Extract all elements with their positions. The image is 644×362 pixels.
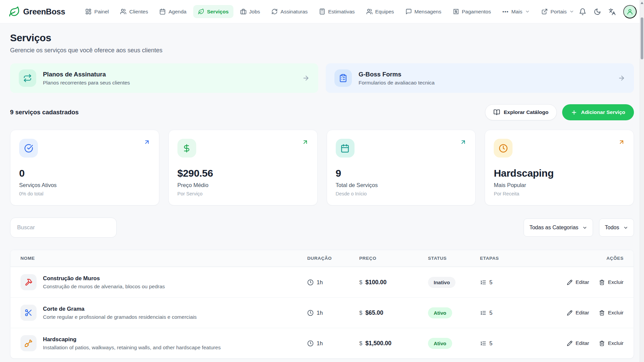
calculator-icon <box>319 8 325 15</box>
nav-item-clientes[interactable]: Clientes <box>115 5 153 18</box>
clock-icon <box>307 310 314 316</box>
nav-item-assinaturas[interactable]: Assinaturas <box>267 5 312 18</box>
column-header-actions: AÇÕES <box>542 250 624 266</box>
delete-button[interactable]: Excluir <box>599 340 624 346</box>
nav-item-painel[interactable]: Painel <box>80 5 113 18</box>
filter-row: Todas as Categorias Todos <box>10 218 634 238</box>
page-title: Serviços <box>10 32 634 44</box>
user-avatar[interactable] <box>623 5 637 18</box>
stat-card-most-popular[interactable]: Hardscaping Mais Popular Por Receita <box>485 130 634 205</box>
table-row: Construção de Muros Construção de muros … <box>10 267 634 297</box>
bell-icon <box>579 8 586 15</box>
leaf-logo-icon <box>9 6 20 17</box>
trash-icon <box>599 280 605 285</box>
currency-symbol: $ <box>359 310 362 316</box>
chevron-down-icon <box>582 225 587 230</box>
payment-icon <box>453 8 459 15</box>
nav-item-portais[interactable]: Portais <box>537 5 579 18</box>
delete-button[interactable]: Excluir <box>599 310 624 316</box>
service-name: Corte de Grama <box>43 306 197 312</box>
brand-name: GreenBoss <box>23 7 65 16</box>
steps-cell: 5 <box>480 310 542 316</box>
calendar-icon <box>336 139 355 158</box>
brand-logo[interactable]: GreenBoss <box>9 6 65 17</box>
arrow-right-icon <box>618 74 625 82</box>
arrow-up-right-icon <box>618 139 625 145</box>
delete-button[interactable]: Excluir <box>599 279 624 285</box>
translate-icon <box>608 8 616 15</box>
refresh-icon <box>271 8 278 15</box>
dark-mode-button[interactable] <box>594 8 601 15</box>
edit-button[interactable]: Editar <box>567 279 589 285</box>
language-button[interactable] <box>608 8 616 15</box>
edit-button[interactable]: Editar <box>567 340 589 346</box>
chevron-down-icon <box>525 9 530 14</box>
nav-item-agenda[interactable]: Agenda <box>155 5 191 18</box>
banner-subtitle: Formularios de avaliacao tecnica <box>359 80 435 86</box>
explore-catalog-button[interactable]: Explorar Catálogo <box>485 104 557 120</box>
nav-item-servicos[interactable]: Serviços <box>193 5 233 18</box>
clock-icon <box>494 139 513 158</box>
moon-icon <box>594 8 601 15</box>
pencil-icon <box>567 310 573 316</box>
status-badge: Ativo <box>428 307 452 318</box>
stat-value: $290.56 <box>177 168 309 179</box>
stat-sublabel: 0% do total <box>19 191 150 196</box>
nav-item-mensagens[interactable]: Mensagens <box>401 5 446 18</box>
chevron-down-icon <box>623 225 628 230</box>
notifications-button[interactable] <box>579 8 586 15</box>
scissors-icon <box>20 305 37 321</box>
stat-label: Preço Médio <box>177 182 309 188</box>
main-nav: Painel Clientes Agenda Serviços Jobs Ass… <box>80 5 579 18</box>
duration-cell: 1h <box>307 340 359 347</box>
banner-title: Planos de Assinatura <box>43 71 130 78</box>
clipboard-list-icon <box>334 69 352 87</box>
stat-card-total-services[interactable]: 9 Total de Serviços Desde o Início <box>327 130 476 205</box>
services-count: 9 serviços cadastrados <box>10 109 79 116</box>
stat-card-active-services[interactable]: 0 Serviços Ativos 0% do total <box>10 130 159 205</box>
page-scrollbar[interactable] <box>640 0 644 362</box>
stat-card-average-price[interactable]: $290.56 Preço Médio Por Serviço <box>168 130 318 205</box>
nav-item-jobs[interactable]: Jobs <box>235 5 265 18</box>
duration-cell: 1h <box>307 310 359 316</box>
scroll-up-arrow[interactable] <box>641 2 643 4</box>
column-header-steps: ETAPAS <box>480 250 542 266</box>
service-name: Hardscaping <box>43 336 221 343</box>
banner-subtitle: Planos recorrentes para seus clientes <box>43 80 130 86</box>
category-filter-select[interactable]: Todas as Categorias <box>524 219 593 237</box>
pencil-icon <box>567 341 573 346</box>
nav-item-pagamentos[interactable]: Pagamentos <box>448 5 496 18</box>
stat-sublabel: Por Receita <box>494 191 625 196</box>
list-ordered-icon <box>480 279 486 286</box>
status-filter-select[interactable]: Todos <box>599 219 634 237</box>
column-header-duration: DURAÇÃO <box>307 250 359 266</box>
stat-value: Hardscaping <box>494 168 625 179</box>
scrollbar-thumb[interactable] <box>641 17 643 59</box>
duration-cell: 1h <box>307 279 359 286</box>
hammer-icon <box>20 274 37 290</box>
gboss-forms-banner[interactable]: G-Boss Forms Formularios de avaliacao te… <box>326 63 634 93</box>
arrow-up-right-icon <box>144 139 150 145</box>
search-input[interactable] <box>10 218 117 238</box>
stats-row: 0 Serviços Ativos 0% do total $290.56 Pr… <box>10 130 634 205</box>
service-description: Corte regular e profissional de gramados… <box>43 314 197 320</box>
trash-icon <box>599 310 605 316</box>
subscription-plans-banner[interactable]: Planos de Assinatura Planos recorrentes … <box>10 63 318 93</box>
steps-cell: 5 <box>480 279 542 286</box>
add-service-button[interactable]: Adicionar Serviço <box>562 104 634 120</box>
calendar-icon <box>159 8 166 15</box>
circle-check-icon <box>19 139 38 158</box>
nav-item-mais[interactable]: ••• Mais <box>498 5 535 18</box>
currency-symbol: $ <box>359 279 362 286</box>
team-icon <box>366 8 373 15</box>
clock-icon <box>307 279 314 286</box>
nav-item-estimativas[interactable]: Estimativas <box>314 5 359 18</box>
table-row: Hardscaping Installation of patios, walk… <box>10 328 634 358</box>
nav-item-equipes[interactable]: Equipes <box>362 5 399 18</box>
status-badge: Ativo <box>428 338 452 349</box>
edit-button[interactable]: Editar <box>567 310 589 316</box>
table-header: NOME DURAÇÃO PREÇO STATUS ETAPAS AÇÕES <box>10 250 634 267</box>
navbar-actions <box>579 5 644 18</box>
service-description: Installation of patios, walkways, retain… <box>43 345 221 351</box>
message-icon <box>406 8 412 15</box>
